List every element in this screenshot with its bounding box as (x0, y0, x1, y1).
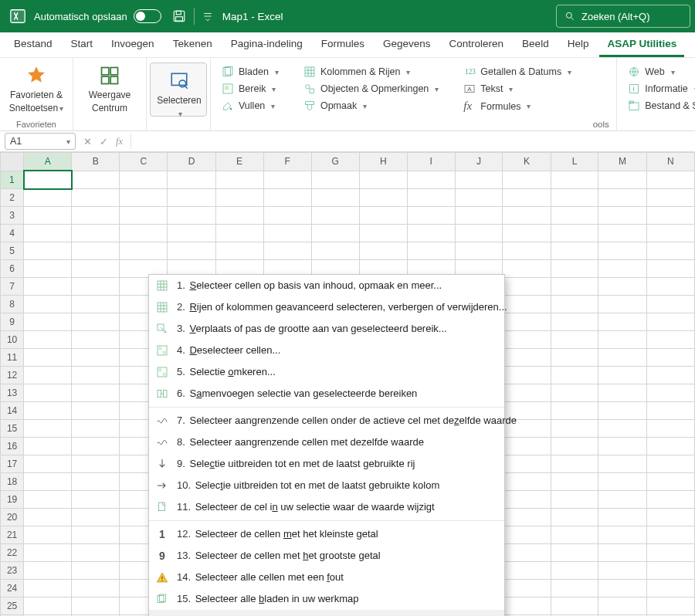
row-header[interactable]: 15 (1, 420, 24, 438)
row-header[interactable]: 18 (1, 473, 24, 491)
cell[interactable] (551, 296, 598, 313)
cell[interactable] (72, 420, 120, 438)
cell[interactable] (598, 384, 646, 402)
cell[interactable] (551, 171, 598, 189)
cell[interactable] (120, 189, 168, 207)
column-header[interactable]: M (598, 153, 646, 171)
row-header[interactable]: 24 (1, 580, 24, 597)
cell[interactable] (168, 207, 215, 225)
cell[interactable] (215, 207, 263, 225)
row-header[interactable]: 22 (1, 544, 24, 562)
cell[interactable] (503, 171, 551, 189)
row-header[interactable]: 11 (1, 349, 24, 367)
cell[interactable] (598, 260, 646, 278)
cell[interactable] (551, 473, 598, 491)
cell[interactable] (646, 473, 694, 491)
cell[interactable] (503, 597, 551, 615)
column-header[interactable]: J (455, 153, 503, 171)
cell[interactable] (311, 207, 359, 225)
cell[interactable] (72, 189, 120, 207)
cell[interactable] (551, 278, 598, 296)
opmaak-button[interactable]: Opmaak▾ (303, 100, 439, 112)
cell[interactable] (263, 225, 311, 242)
cell[interactable] (24, 455, 72, 473)
cell[interactable] (503, 367, 551, 384)
cell[interactable] (263, 171, 311, 189)
cell[interactable] (646, 331, 694, 349)
name-box[interactable]: A1 ▾ (5, 133, 76, 150)
cell[interactable] (551, 526, 598, 544)
cell[interactable] (598, 171, 646, 189)
tab-help[interactable]: Help (560, 33, 597, 57)
cell[interactable] (503, 580, 551, 597)
cell[interactable] (168, 225, 215, 242)
cell[interactable] (551, 420, 598, 438)
cell[interactable] (24, 313, 72, 331)
cell[interactable] (168, 242, 215, 260)
menu-item-14[interactable]: 14. Selecteer alle cellen met een fout (149, 567, 504, 588)
cell[interactable] (72, 313, 120, 331)
cell[interactable] (24, 473, 72, 491)
objecten-opmerkingen-button[interactable]: Objecten & Opmerkingen▾ (303, 83, 439, 95)
save-icon[interactable] (172, 9, 186, 23)
fx-icon[interactable]: fx (116, 136, 123, 147)
cell[interactable] (598, 189, 646, 207)
cell[interactable] (215, 171, 263, 189)
menu-item-3[interactable]: 3. Verplaats of pas de grootte aan van g… (149, 318, 504, 340)
cell[interactable] (503, 438, 551, 455)
autosave-toggle[interactable] (134, 9, 161, 23)
cell[interactable] (24, 225, 72, 242)
cell[interactable] (598, 225, 646, 242)
column-header[interactable]: C (120, 153, 168, 171)
cell[interactable] (455, 242, 503, 260)
cell[interactable] (72, 242, 120, 260)
cell[interactable] (503, 189, 551, 207)
cell[interactable] (646, 544, 694, 562)
weergave-centrum-button[interactable]: Weergave Centrum (80, 61, 140, 113)
column-header[interactable]: B (72, 153, 120, 171)
cell[interactable] (503, 260, 551, 278)
cell[interactable] (598, 207, 646, 225)
column-header[interactable]: H (359, 153, 407, 171)
cell[interactable] (503, 384, 551, 402)
cell[interactable] (598, 438, 646, 455)
column-header[interactable]: L (551, 153, 598, 171)
tab-gegevens[interactable]: Gegevens (375, 33, 439, 57)
row-header[interactable]: 6 (1, 260, 24, 278)
row-header[interactable]: 1 (1, 171, 24, 189)
cell[interactable] (359, 225, 407, 242)
cell[interactable] (72, 171, 120, 189)
row-header[interactable]: 25 (1, 597, 24, 615)
cell[interactable] (407, 207, 455, 225)
cell[interactable] (551, 260, 598, 278)
tekst-button[interactable]: ATekst▾ (463, 83, 571, 95)
cell[interactable] (551, 313, 598, 331)
cell[interactable] (646, 260, 694, 278)
cell[interactable] (646, 438, 694, 455)
row-header[interactable]: 17 (1, 455, 24, 473)
cell[interactable] (646, 207, 694, 225)
cell[interactable] (263, 207, 311, 225)
cell[interactable] (72, 580, 120, 597)
cell[interactable] (24, 349, 72, 367)
row-header[interactable]: 9 (1, 313, 24, 331)
column-header[interactable]: I (407, 153, 455, 171)
cell[interactable] (646, 225, 694, 242)
cell[interactable] (551, 402, 598, 420)
cell[interactable] (24, 331, 72, 349)
formules-button[interactable]: fxFormules▾ (463, 100, 571, 113)
cell[interactable] (24, 491, 72, 509)
cell[interactable] (455, 207, 503, 225)
menu-item-5[interactable]: 5. Selectie omkeren... (149, 361, 504, 383)
formula-input[interactable] (131, 134, 695, 149)
menu-item-11[interactable]: 11. Selecteer de cel in uw selectie waar… (149, 496, 504, 518)
cell[interactable] (407, 225, 455, 242)
selecteren-button[interactable]: Selecteren ▾ (150, 63, 207, 117)
cell[interactable] (551, 580, 598, 597)
informatie-button[interactable]: iInformatie▾ (628, 83, 695, 95)
cell[interactable] (72, 331, 120, 349)
menu-item-10[interactable]: 10. Selectie uitbreiden tot en met de la… (149, 475, 504, 496)
column-header[interactable]: N (646, 153, 694, 171)
cell[interactable] (646, 349, 694, 367)
row-header[interactable]: 10 (1, 331, 24, 349)
